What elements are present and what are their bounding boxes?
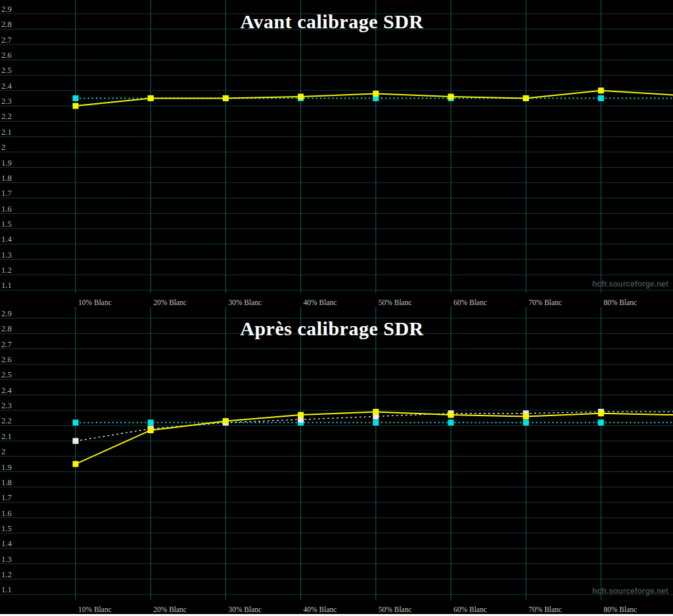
marker-gamma-mesure xyxy=(223,418,229,424)
chart-title: Avant calibrage SDR xyxy=(0,11,664,33)
marker-gamma-mesure xyxy=(298,94,304,100)
marker-gamma-mesure xyxy=(523,95,529,101)
y-tick-label: 2.4 xyxy=(1,82,12,91)
x-tick-label: 80% Blanc xyxy=(603,298,637,306)
x-tick-label: 30% Blanc xyxy=(228,298,262,306)
x-tick-label: 20% Blanc xyxy=(153,298,187,306)
chart-plot-area: 2.92.82.72.62.52.42.32.22.121.91.81.71.6… xyxy=(0,307,673,614)
marker-gamma-mesure xyxy=(223,95,229,101)
y-tick-label: 1.8 xyxy=(1,174,12,183)
x-tick-label: 40% Blanc xyxy=(304,605,337,613)
y-tick-label: 1.5 xyxy=(1,524,12,533)
marker-gamma-mesure xyxy=(148,95,154,101)
y-tick-label: 2.5 xyxy=(1,66,12,75)
y-tick-label: 1.3 xyxy=(1,250,12,260)
marker-gamma-reference xyxy=(73,419,79,425)
x-tick-label: 50% Blanc xyxy=(379,298,412,306)
series-gamma-reference xyxy=(73,419,673,425)
marker-gamma-secondaire xyxy=(73,438,79,444)
y-tick-label: 2.5 xyxy=(1,370,12,379)
marker-gamma-mesure xyxy=(523,414,529,419)
marker-gamma-mesure xyxy=(73,103,79,109)
y-tick-label: 2 xyxy=(1,447,5,456)
marker-gamma-reference xyxy=(448,419,454,425)
y-axis-tick-labels: 2.92.82.72.62.52.42.32.22.121.91.81.71.6… xyxy=(1,5,12,290)
y-tick-label: 2.1 xyxy=(1,128,12,137)
y-tick-label: 1.6 xyxy=(1,509,12,518)
y-tick-label: 2.1 xyxy=(1,432,12,441)
gridlines xyxy=(0,307,673,600)
y-tick-label: 2.3 xyxy=(1,97,12,106)
y-tick-label: 1.4 xyxy=(1,539,12,548)
hcfr-watermark: hcfr.sourceforge.net xyxy=(592,279,668,289)
y-tick-label: 2 xyxy=(1,143,5,152)
x-tick-label: 80% Blanc xyxy=(603,605,637,613)
y-tick-label: 2.7 xyxy=(1,36,12,45)
y-tick-label: 1.5 xyxy=(1,220,12,229)
x-axis-tick-labels: 10% Blanc20% Blanc30% Blanc40% Blanc50% … xyxy=(78,605,637,613)
marker-gamma-mesure xyxy=(373,409,379,415)
gamma-chart-before-calibration: 2.92.82.72.62.52.42.32.22.121.91.81.71.6… xyxy=(0,0,673,307)
x-axis-tick-labels: 10% Blanc20% Blanc30% Blanc40% Blanc50% … xyxy=(78,298,637,306)
y-axis-tick-labels: 2.92.82.72.62.52.42.32.22.121.91.81.71.6… xyxy=(1,309,12,594)
hcfr-watermark: hcfr.sourceforge.net xyxy=(592,586,668,596)
marker-gamma-reference xyxy=(598,95,604,101)
x-tick-label: 10% Blanc xyxy=(78,298,112,306)
x-tick-label: 10% Blanc xyxy=(78,605,112,613)
y-tick-label: 2.2 xyxy=(1,416,12,425)
x-tick-label: 70% Blanc xyxy=(528,298,562,306)
y-tick-label: 1.1 xyxy=(1,281,12,290)
x-tick-label: 50% Blanc xyxy=(379,605,412,613)
marker-gamma-mesure xyxy=(448,94,454,100)
gamma-report-page: { "watermark": "hcfr.sourceforge.net", "… xyxy=(0,0,673,616)
marker-gamma-reference xyxy=(598,419,604,425)
x-tick-label: 40% Blanc xyxy=(304,298,337,306)
y-tick-label: 1.3 xyxy=(1,555,12,564)
chart-plot-area: 2.92.82.72.62.52.42.32.22.121.91.81.71.6… xyxy=(0,0,673,307)
y-tick-label: 1.2 xyxy=(1,266,12,275)
y-tick-label: 1.7 xyxy=(1,493,12,502)
y-tick-label: 2.4 xyxy=(1,386,12,395)
y-tick-label: 1.9 xyxy=(1,158,12,168)
y-tick-label: 1.2 xyxy=(1,570,12,579)
marker-gamma-reference xyxy=(73,95,79,101)
x-tick-label: 60% Blanc xyxy=(453,298,487,306)
y-tick-label: 1.7 xyxy=(1,189,12,198)
y-tick-label: 2.7 xyxy=(1,340,12,349)
marker-gamma-mesure xyxy=(148,427,154,433)
y-tick-label: 1.9 xyxy=(1,463,12,472)
marker-gamma-mesure xyxy=(598,410,604,416)
y-tick-label: 1.1 xyxy=(1,585,12,594)
marker-gamma-reference xyxy=(523,419,529,425)
y-tick-label: 2.6 xyxy=(1,51,12,60)
y-tick-label: 2.9 xyxy=(1,309,12,318)
chart-title: Après calibrage SDR xyxy=(0,318,664,340)
series-gamma-mesure xyxy=(73,409,673,467)
marker-gamma-mesure xyxy=(448,412,454,418)
gamma-chart-after-calibration: 2.92.82.72.62.52.42.32.22.121.91.81.71.6… xyxy=(0,307,673,614)
gridlines xyxy=(0,0,673,293)
x-tick-label: 60% Blanc xyxy=(453,605,487,613)
marker-gamma-mesure xyxy=(373,91,379,97)
y-tick-label: 2.6 xyxy=(1,355,12,364)
x-tick-label: 70% Blanc xyxy=(528,605,562,613)
y-tick-label: 1.8 xyxy=(1,478,12,487)
y-tick-label: 1.4 xyxy=(1,235,12,244)
y-tick-label: 2.3 xyxy=(1,401,12,410)
x-tick-label: 20% Blanc xyxy=(153,605,187,613)
marker-gamma-mesure xyxy=(73,461,79,467)
y-tick-label: 2.2 xyxy=(1,112,12,121)
marker-gamma-mesure xyxy=(298,412,304,418)
marker-gamma-reference xyxy=(373,419,379,425)
marker-gamma-reference xyxy=(148,419,154,425)
y-tick-label: 1.6 xyxy=(1,204,12,214)
x-tick-label: 30% Blanc xyxy=(228,605,262,613)
marker-gamma-mesure xyxy=(598,87,604,93)
